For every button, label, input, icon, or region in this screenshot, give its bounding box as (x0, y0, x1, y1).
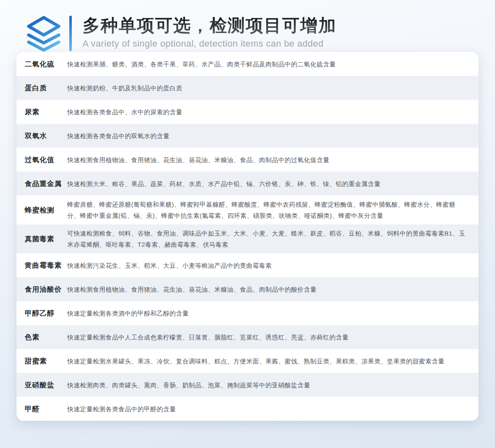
item-description: 快速检测肉类、肉类罐头、熏肉、香肠、奶制品、泡菜、腌制蔬菜等中的亚硝酸盐含量 (67, 380, 478, 391)
item-description: 快速定量检测食品中人工合成色素柠檬黄、日落黄、胭脂红、苋菜红、诱惑红、亮蓝、赤藓… (67, 332, 478, 343)
item-row: 蜂蜜检测蜂蜜蔗糖、蜂蜜还原糖(葡萄糖和果糖)、蜂蜜羟甲基糠醛、蜂蜜酸度、蜂蜜中农… (16, 196, 478, 224)
item-label: 二氧化硫 (16, 59, 67, 69)
item-label: 甲醇乙醇 (16, 309, 67, 318)
item-row: 食用油酸价快速检测食用植物油、食用猪油、花生油、葵花油、米糠油、食品、肉制品中的… (16, 277, 478, 301)
page-header: 多种单项可选，检测项目可增加 A variety of single optio… (0, 0, 495, 45)
item-row: 真菌毒素可快速检测粮食、饲料、谷物、食用油、调味品中如玉米、大米、小麦、大麦、糙… (16, 224, 478, 253)
item-row: 色素快速定量检测食品中人工合成色素柠檬黄、日落黄、胭脂红、苋菜红、诱惑红、亮蓝、… (16, 325, 478, 349)
title-divider-bar (69, 16, 72, 51)
item-description: 蜂蜜蔗糖、蜂蜜还原糖(葡萄糖和果糖)、蜂蜜羟甲基糠醛、蜂蜜酸度、蜂蜜中农药残留、… (67, 199, 478, 221)
item-label: 尿素 (16, 107, 67, 117)
item-description: 快速定量检测各类食品中的甲醛的含量 (67, 403, 478, 415)
item-label: 蜂蜜检测 (16, 205, 67, 215)
item-label: 食用油酸价 (16, 285, 67, 294)
detection-items-card: 二氧化硫快速检测果脯、糖类、酒类、各类干果、草药、水产品、肉类干鲜品及肉制品中的… (16, 52, 478, 421)
item-row: 食品重金属快速检测大米、粮谷、果品、蔬菜、药材、水质、水产品中铅、镉、六价铬、汞… (16, 172, 478, 196)
item-description: 快速检测污染花生、玉米、稻米、大豆、小麦等粮油产品中的黄曲霉毒素 (67, 260, 478, 271)
item-row: 二氧化硫快速检测果脯、糖类、酒类、各类干果、草药、水产品、肉类干鲜品及肉制品中的… (16, 52, 478, 76)
items-list: 二氧化硫快速检测果脯、糖类、酒类、各类干果、草药、水产品、肉类干鲜品及肉制品中的… (16, 52, 478, 421)
item-description: 快速检测食用植物油、食用猪油、花生油、葵花油、米糠油、食品、肉制品中的酸价含量 (67, 284, 478, 295)
item-label: 真菌毒素 (16, 234, 67, 244)
title-block: 多种单项可选，检测项目可增加 A variety of single optio… (82, 15, 337, 45)
item-description: 快速检测大米、粮谷、果品、蔬菜、药材、水质、水产品中铅、镉、六价铬、汞、砷、铁、… (67, 178, 478, 189)
page-subtitle: A variety of single optional, detection … (82, 38, 337, 49)
item-label: 蛋白质 (16, 83, 67, 93)
item-label: 食品重金属 (16, 179, 67, 189)
item-label: 亚硝酸盐 (16, 380, 67, 390)
item-label: 双氧水 (16, 131, 67, 141)
item-row: 尿素快速检测各类食品中、水中的尿素的含量 (16, 100, 478, 124)
item-row: 甲醇乙醇快速定量检测各类酒中的甲醇和乙醇的含量 (16, 301, 478, 325)
item-description: 快速定量检测水果罐头、果冻、冷饮、复合调味料、糕点、方便米面、果酱、蜜饯、熟制豆… (67, 356, 478, 367)
item-description: 快速检测各类食品中的双氧水的含量 (67, 130, 478, 141)
item-label: 甲醛 (16, 404, 67, 414)
item-description: 快速检测各类食品中、水中的尿素的含量 (67, 106, 478, 118)
item-description: 快速检测果脯、糖类、酒类、各类干果、草药、水产品、肉类干鲜品及肉制品中的二氧化硫… (67, 59, 478, 70)
item-label: 甜蜜素 (16, 356, 67, 366)
item-row: 过氧化值快速检测食用植物油、食用猪油、花生油、葵花油、米糠油、食品、肉制品中的过… (16, 148, 478, 172)
item-row: 亚硝酸盐快速检测肉类、肉类罐头、熏肉、香肠、奶制品、泡菜、腌制蔬菜等中的亚硝酸盐… (16, 373, 478, 397)
item-description: 快速检测食用植物油、食用猪油、花生油、葵花油、米糠油、食品、肉制品中的过氧化值含… (67, 154, 478, 165)
stacked-layers-icon (24, 16, 64, 53)
item-description: 可快速检测粮食、饲料、谷物、食用油、调味品中如玉米、大米、小麦、大麦、糙米、麸皮… (67, 228, 478, 250)
item-row: 甲醛快速定量检测各类食品中的甲醛的含量 (16, 397, 478, 421)
item-row: 双氧水快速检测各类食品中的双氧水的含量 (16, 124, 478, 148)
item-label: 色素 (16, 332, 67, 342)
item-label: 黄曲霉毒素 (16, 261, 67, 270)
item-description: 快速定量检测各类酒中的甲醇和乙醇的含量 (67, 308, 478, 319)
page-title: 多种单项可选，检测项目可增加 (82, 15, 337, 37)
item-row: 蛋白质快速检测奶粉、牛奶及乳制品中的蛋白质 (16, 76, 478, 100)
item-row: 甜蜜素快速定量检测水果罐头、果冻、冷饮、复合调味料、糕点、方便米面、果酱、蜜饯、… (16, 349, 478, 373)
item-description: 快速检测奶粉、牛奶及乳制品中的蛋白质 (67, 83, 478, 94)
item-label: 过氧化值 (16, 155, 67, 165)
item-row: 黄曲霉毒素快速检测污染花生、玉米、稻米、大豆、小麦等粮油产品中的黄曲霉毒素 (16, 253, 478, 277)
